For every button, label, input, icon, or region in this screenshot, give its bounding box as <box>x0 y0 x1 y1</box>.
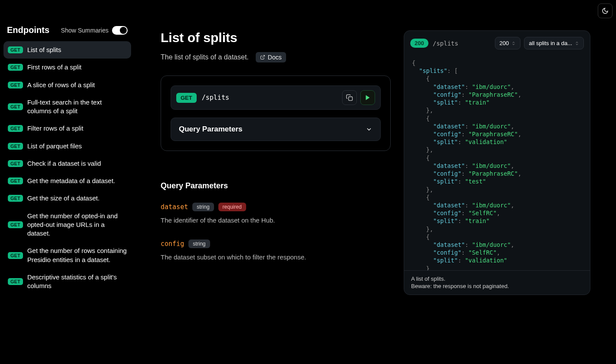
response-description-value: all splits in a da... <box>529 40 572 46</box>
response-description-selector[interactable]: all splits in a da... <box>524 37 584 49</box>
param-description: The dataset subset on which to filter th… <box>161 253 391 261</box>
docs-label: Docs <box>268 54 282 61</box>
param-name: config <box>161 240 184 248</box>
endpoint-path: /splits <box>202 94 229 102</box>
endpoint-label: Check if a dataset is valid <box>27 159 101 168</box>
run-button[interactable] <box>360 90 375 105</box>
sidebar-item[interactable]: GETFirst rows of a split <box>3 59 131 76</box>
param-type: string <box>188 239 210 248</box>
response-footer-line2: Beware: the response is not paginated. <box>411 282 583 290</box>
parameter-row: datasetstringrequiredThe identifier of t… <box>161 203 391 224</box>
endpoint-label: Get the number of rows containing Presid… <box>27 246 127 264</box>
method-badge: GET <box>8 64 23 71</box>
sidebar-item[interactable]: GETCheck if a dataset is valid <box>3 155 131 172</box>
method-badge: GET <box>8 278 23 285</box>
method-badge: GET <box>8 221 23 228</box>
sidebar-item[interactable]: GETList of parquet files <box>3 138 131 155</box>
query-parameters-toggle-label: Query Parameters <box>179 125 242 134</box>
param-name: dataset <box>161 203 188 211</box>
chevron-sort-icon <box>511 41 516 46</box>
method-badge: GET <box>8 195 23 202</box>
page-description: The list of splits of a dataset. <box>161 53 249 61</box>
parameter-row: configstringThe dataset subset on which … <box>161 239 391 261</box>
sidebar-item[interactable]: GETGet the metadata of a dataset. <box>3 172 131 190</box>
show-summaries-toggle[interactable] <box>112 26 128 35</box>
chevron-down-icon <box>366 126 372 133</box>
sidebar-title: Endpoints <box>7 25 49 35</box>
endpoint-label: List of parquet files <box>27 142 82 151</box>
param-description: The identifier of the dataset on the Hub… <box>161 216 391 224</box>
endpoint-label: Get the number of opted-in and opted-out… <box>27 212 127 238</box>
svg-line-0 <box>262 56 265 58</box>
theme-toggle-button[interactable] <box>598 3 613 18</box>
method-badge: GET <box>8 125 23 132</box>
moon-icon <box>602 7 609 14</box>
method-badge: GET <box>8 143 23 150</box>
response-path: /splits <box>433 40 458 47</box>
copy-icon <box>346 94 353 101</box>
query-parameters-heading: Query Parameters <box>161 181 391 190</box>
external-link-icon <box>260 55 265 60</box>
method-badge: GET <box>8 82 23 89</box>
endpoint-label: List of splits <box>27 46 61 54</box>
endpoint-label: Descriptive statistics of a split's colu… <box>27 273 127 291</box>
response-body[interactable]: { "splits": [ { "dataset": "ibm/duorc", … <box>404 56 590 270</box>
method-badge: GET <box>8 252 23 259</box>
endpoint-label: First rows of a split <box>27 63 82 72</box>
sidebar-item[interactable]: GETA slice of rows of a split <box>3 76 131 94</box>
copy-button[interactable] <box>342 90 357 105</box>
endpoint-label: Full-text search in the text columns of … <box>27 98 127 116</box>
query-parameters-toggle[interactable]: Query Parameters <box>171 118 381 141</box>
status-selector-value: 200 <box>500 40 509 46</box>
sidebar-item[interactable]: GETList of splits <box>3 41 131 59</box>
svg-marker-2 <box>366 95 369 100</box>
request-box: GET /splits Query Parameters <box>161 75 391 151</box>
response-footer: A list of splits. Beware: the response i… <box>404 270 590 295</box>
svg-rect-1 <box>349 97 352 101</box>
method-badge: GET <box>8 103 23 110</box>
sidebar-item[interactable]: GETGet the number of opted-in and opted-… <box>3 207 131 243</box>
endpoint-label: Filter rows of a split <box>27 124 83 133</box>
method-badge: GET <box>8 160 23 167</box>
sidebar-item[interactable]: GETGet the number of rows containing Pre… <box>3 242 131 269</box>
show-summaries-label: Show Summaries <box>61 27 109 34</box>
method-badge: GET <box>8 177 23 184</box>
sidebar-item[interactable]: GETFilter rows of a split <box>3 120 131 137</box>
sidebar-item[interactable]: GETDescriptive statistics of a split's c… <box>3 269 131 295</box>
method-badge: GET <box>176 93 197 103</box>
page-title: List of splits <box>161 30 391 45</box>
endpoint-label: Get the size of a dataset. <box>27 194 100 203</box>
method-badge: GET <box>8 46 23 53</box>
docs-button[interactable]: Docs <box>256 52 286 62</box>
chevron-sort-icon <box>575 41 579 46</box>
status-selector[interactable]: 200 <box>495 37 521 49</box>
sidebar-item[interactable]: GETFull-text search in the text columns … <box>3 94 131 120</box>
main: List of splits The list of splits of a d… <box>135 0 616 364</box>
response-footer-line1: A list of splits. <box>411 275 583 283</box>
param-type: string <box>192 203 214 211</box>
status-badge: 200 <box>410 39 428 48</box>
play-icon <box>365 95 371 101</box>
endpoint-label: Get the metadata of a dataset. <box>27 177 115 185</box>
param-required: required <box>218 203 246 211</box>
endpoint-bar: GET /splits <box>171 85 381 110</box>
response-panel: 200 /splits 200 all splits in a da... { … <box>404 30 590 295</box>
endpoint-label: A slice of rows of a split <box>27 81 95 89</box>
sidebar: Endpoints Show Summaries GETList of spli… <box>0 0 135 364</box>
sidebar-item[interactable]: GETGet the size of a dataset. <box>3 190 131 207</box>
